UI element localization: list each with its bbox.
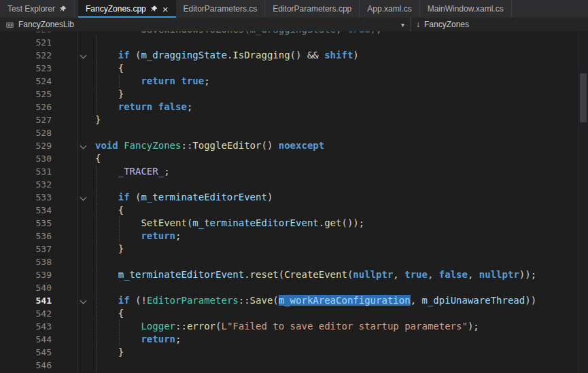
line-number: 533 (0, 191, 52, 204)
code-editor[interactable]: 520 SaveWindowsToZones(m_draggingState, … (0, 31, 588, 373)
line-number: 538 (0, 255, 52, 268)
code-line[interactable]: 546 (0, 359, 588, 372)
tab-test-explorer[interactable]: Test Explorer (0, 0, 75, 18)
line-number: 539 (0, 268, 52, 281)
close-icon[interactable]: × (162, 4, 169, 14)
line-number: 532 (0, 178, 52, 191)
code-line[interactable]: 531 _TRACER_; (0, 165, 588, 178)
code-line[interactable]: 534 { (0, 204, 588, 217)
indent-guide (96, 178, 97, 191)
fold-chevron-icon[interactable] (80, 194, 87, 201)
member-name: FancyZones (424, 20, 469, 29)
line-number: 535 (0, 217, 52, 230)
indent-guide (96, 359, 97, 372)
code-line[interactable]: 533 if (m_terminateEditorEvent) (0, 191, 588, 204)
code-line[interactable]: 530{ (0, 152, 588, 165)
code-text: return; (95, 333, 181, 346)
code-line[interactable]: 545 } (0, 346, 588, 359)
line-number: 546 (0, 359, 52, 372)
project-name: FancyZonesLib (18, 20, 74, 29)
code-line[interactable]: 529void FancyZones::ToggleEditor() noexc… (0, 139, 588, 152)
line-number: 540 (0, 281, 52, 294)
line-number: 524 (0, 75, 52, 88)
tab-label: EditorParameters.cpp (273, 4, 351, 14)
indent-guide (96, 281, 97, 294)
fold-chevron-icon[interactable] (80, 143, 87, 149)
code-line[interactable]: 521 (0, 36, 588, 49)
code-line[interactable]: 538 (0, 255, 588, 268)
line-number: 522 (0, 49, 52, 62)
line-number: 530 (0, 152, 52, 165)
code-line[interactable]: 527} (0, 113, 588, 126)
code-text: { (95, 204, 124, 217)
tab-mainwindow-xaml-cs[interactable]: MainWindow.xaml.cs (420, 0, 512, 18)
tab-editorparameters-cpp[interactable]: EditorParameters.cpp (265, 0, 360, 18)
code-text: } (95, 243, 124, 255)
project-icon (5, 20, 14, 29)
tab-label: App.xaml.cs (367, 4, 411, 14)
code-text: { (95, 152, 101, 165)
line-number: 545 (0, 346, 52, 359)
code-line[interactable]: 540 (0, 281, 588, 294)
line-number: 520 (0, 31, 52, 36)
fold-chevron-icon[interactable] (80, 52, 87, 59)
code-text: return true; (95, 75, 210, 88)
line-number: 542 (0, 307, 52, 320)
fold-chevron-icon[interactable] (80, 298, 87, 304)
code-text: if (m_draggingState.IsDragging() && shif… (95, 49, 359, 62)
code-line[interactable]: 525 } (0, 88, 588, 101)
tab-strip: Test Explorer FancyZones.cpp×EditorParam… (0, 0, 588, 18)
tab-app-xaml-cs[interactable]: App.xaml.cs (360, 0, 419, 18)
code-area: 520 SaveWindowsToZones(m_draggingState, … (0, 31, 588, 372)
indent-guide (96, 255, 97, 268)
code-line[interactable]: 543 Logger::error(L"Failed to save edito… (0, 320, 588, 333)
tab-label: EditorParameters.cs (184, 4, 258, 14)
code-text: _TRACER_; (95, 165, 170, 178)
code-line[interactable]: 524 return true; (0, 75, 588, 88)
code-text: m_terminateEditorEvent.reset(CreateEvent… (95, 268, 536, 281)
indent-guide (96, 36, 97, 49)
code-line[interactable]: 522 if (m_draggingState.IsDragging() && … (0, 49, 588, 62)
line-number: 521 (0, 36, 52, 49)
visual-studio-window: Test Explorer FancyZones.cpp×EditorParam… (0, 0, 588, 373)
code-line[interactable]: 537 } (0, 243, 588, 255)
code-text: Logger::error(L"Failed to save editor st… (95, 320, 479, 333)
line-number: 523 (0, 62, 52, 75)
code-text: } (95, 88, 124, 101)
scrollbar-thumb[interactable] (580, 73, 587, 122)
project-dropdown[interactable]: FancyZonesLib ▾ (0, 18, 410, 31)
code-line[interactable]: 536 return; (0, 230, 588, 243)
code-line[interactable]: 528 (0, 126, 588, 139)
code-text: void FancyZones::ToggleEditor() noexcept (95, 139, 324, 152)
code-line[interactable]: 542 { (0, 307, 588, 320)
vertical-scrollbar[interactable] (578, 31, 588, 373)
line-number: 541 (0, 294, 52, 307)
code-line[interactable]: 520 SaveWindowsToZones(m_draggingState, … (0, 31, 588, 36)
line-number: 528 (0, 126, 52, 139)
tab-fancyzones-cpp[interactable]: FancyZones.cpp× (78, 0, 175, 18)
pin-icon[interactable] (59, 5, 67, 13)
down-arrow-icon: ↓ (416, 20, 420, 29)
tab-label: FancyZones.cpp (86, 4, 146, 14)
code-line[interactable]: 535 SetEvent(m_terminateEditorEvent.get(… (0, 217, 588, 230)
code-line[interactable]: 523 { (0, 62, 588, 75)
pin-icon[interactable] (150, 5, 158, 13)
code-line[interactable]: 532 (0, 178, 588, 191)
tab-label: Test Explorer (7, 4, 55, 14)
line-number: 534 (0, 204, 52, 217)
line-number: 543 (0, 320, 52, 333)
chevron-down-icon: ▾ (401, 21, 404, 29)
line-number: 526 (0, 101, 52, 113)
code-text: } (95, 113, 101, 126)
tab-editorparameters-cs[interactable]: EditorParameters.cs (176, 0, 266, 18)
code-line[interactable]: 541 if (!EditorParameters::Save(m_workAr… (0, 294, 588, 307)
code-line[interactable]: 539 m_terminateEditorEvent.reset(CreateE… (0, 268, 588, 281)
navigation-bar: FancyZonesLib ▾ ↓ FancyZones (0, 18, 588, 31)
code-line[interactable]: 526 return false; (0, 101, 588, 113)
code-text: if (m_terminateEditorEvent) (95, 191, 273, 204)
line-number: 527 (0, 113, 52, 126)
tab-label: MainWindow.xaml.cs (428, 4, 504, 14)
code-line[interactable]: 544 return; (0, 333, 588, 346)
line-number: 531 (0, 165, 52, 178)
member-dropdown[interactable]: ↓ FancyZones (411, 18, 588, 31)
